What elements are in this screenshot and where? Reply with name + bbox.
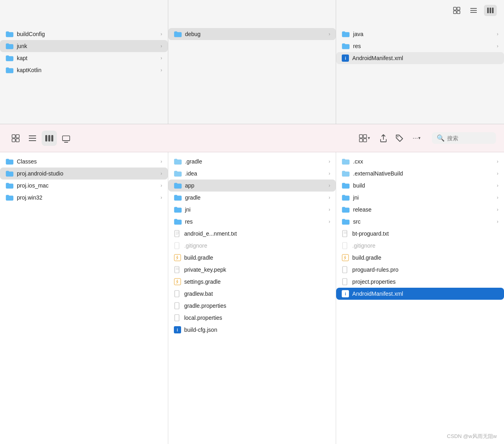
svg-rect-19 <box>51 135 53 141</box>
item-name: app <box>185 182 194 189</box>
chevron-icon: › <box>161 159 162 164</box>
folder-icon <box>174 30 182 38</box>
list-item[interactable]: .gitignore <box>336 240 504 252</box>
item-name: AndroidManifest.xml <box>352 55 403 61</box>
column-view-button[interactable] <box>42 131 57 146</box>
list-item[interactable]: jni › <box>168 204 336 216</box>
list-item[interactable]: .cxx › <box>336 155 504 168</box>
list-item[interactable]: .idea › <box>168 168 336 180</box>
list-item[interactable]: build.gradle <box>336 252 504 264</box>
list-item[interactable]: proj.win32 › <box>0 192 168 204</box>
list-item[interactable]: proguard-rules.pro <box>336 264 504 276</box>
svg-rect-11 <box>16 135 19 138</box>
folder-icon <box>342 30 350 38</box>
list-item[interactable]: private_key.pepk <box>168 264 336 276</box>
item-name: proj.ios_mac <box>17 182 48 189</box>
list-item[interactable]: kapt › <box>0 52 168 64</box>
chevron-icon: › <box>329 183 330 188</box>
list-item[interactable]: proj.ios_mac › <box>0 180 168 192</box>
svg-rect-23 <box>359 135 363 138</box>
chevron-icon: › <box>497 31 498 37</box>
folder-icon <box>342 157 350 165</box>
list-item[interactable]: bt-proguard.txt <box>336 228 504 240</box>
list-item[interactable]: i build-cfg.json <box>168 324 336 336</box>
list-item[interactable]: jni › <box>336 192 504 204</box>
svg-rect-25 <box>359 139 363 142</box>
list-item[interactable]: proj.android-studio › <box>0 168 168 180</box>
list-item[interactable]: gradle › <box>168 192 336 204</box>
chevron-icon: › <box>329 31 330 37</box>
gallery-view-button[interactable] <box>58 131 74 146</box>
item-name: .idea <box>185 170 197 177</box>
chevron-icon: › <box>497 159 498 164</box>
list-item[interactable]: android_e...nment.txt <box>168 228 336 240</box>
list-item[interactable]: gradlew.bat <box>168 288 336 300</box>
grid-view-icon[interactable] <box>450 5 463 16</box>
item-name: bt-proguard.txt <box>352 230 389 237</box>
svg-rect-42 <box>175 315 179 321</box>
more-button[interactable]: ··· ▾ <box>408 131 425 146</box>
bottom-col-2: .gradle › .idea › app › gradle › jni › <box>168 152 337 444</box>
file-icon <box>174 314 181 322</box>
chevron-icon: › <box>329 207 330 212</box>
item-name: AndroidManifest.xml <box>352 291 403 297</box>
svg-rect-10 <box>12 135 15 138</box>
list-item[interactable]: res › <box>168 216 336 228</box>
file-icon <box>342 278 349 286</box>
list-item[interactable]: release › <box>336 204 504 216</box>
chevron-icon: › <box>161 55 162 61</box>
list-item[interactable]: src › <box>336 216 504 228</box>
list-item[interactable]: junk › <box>0 40 168 52</box>
svg-rect-43 <box>343 230 347 237</box>
list-item[interactable]: settings.gradle <box>168 276 336 288</box>
gradle-icon <box>174 278 181 285</box>
item-name: proj.win32 <box>17 194 42 201</box>
column-view-icon[interactable] <box>484 5 497 16</box>
folder-icon <box>174 206 182 214</box>
list-view-icon[interactable] <box>467 5 480 16</box>
list-item[interactable]: build.gradle <box>168 252 336 264</box>
chevron-icon: › <box>161 171 162 176</box>
list-item[interactable]: debug › <box>168 28 336 40</box>
tag-button[interactable] <box>392 131 407 146</box>
item-name: java <box>353 31 363 37</box>
item-name: debug <box>185 31 201 37</box>
folder-icon <box>342 194 350 202</box>
search-bar[interactable]: 🔍 <box>432 132 496 144</box>
list-item[interactable]: .externalNativeBuild › <box>336 168 504 180</box>
folder-icon <box>342 218 350 226</box>
folder-icon <box>6 66 14 74</box>
list-item[interactable]: .gitignore <box>168 240 336 252</box>
folder-icon <box>6 54 14 62</box>
folder-icon <box>6 157 14 165</box>
list-view-button[interactable] <box>25 131 40 146</box>
list-item[interactable]: java › <box>336 28 504 40</box>
list-item[interactable]: buildConfig › <box>0 28 168 40</box>
list-item[interactable]: gradle.properties <box>168 300 336 312</box>
search-input[interactable] <box>447 135 495 141</box>
item-name: res <box>353 43 361 49</box>
share-button[interactable] <box>376 131 391 146</box>
grid-view-button[interactable] <box>8 131 23 146</box>
group-button[interactable]: ▾ <box>354 131 375 146</box>
item-name: gradlew.bat <box>184 291 213 297</box>
list-item[interactable]: Classes › <box>0 155 168 168</box>
list-item[interactable]: build › <box>336 180 504 192</box>
list-item[interactable]: local.properties <box>168 312 336 324</box>
list-item[interactable]: i AndroidManifest.xml <box>336 52 504 64</box>
item-name: .gitignore <box>352 242 375 249</box>
item-name: .externalNativeBuild <box>353 170 403 177</box>
list-item[interactable]: i AndroidManifest.xml <box>336 288 504 300</box>
item-name: local.properties <box>184 315 222 321</box>
list-item[interactable]: .gradle › <box>168 155 336 168</box>
list-item[interactable]: app › <box>168 180 336 192</box>
list-item[interactable]: res › <box>336 40 504 52</box>
item-name: project.properties <box>352 279 395 285</box>
list-item[interactable]: kaptKotlin › <box>0 64 168 76</box>
chevron-icon: › <box>329 159 330 164</box>
file-icon <box>342 266 349 274</box>
file-icon <box>174 242 181 250</box>
folder-icon <box>342 182 350 190</box>
list-item[interactable]: project.properties <box>336 276 504 288</box>
svg-rect-7 <box>487 8 489 13</box>
